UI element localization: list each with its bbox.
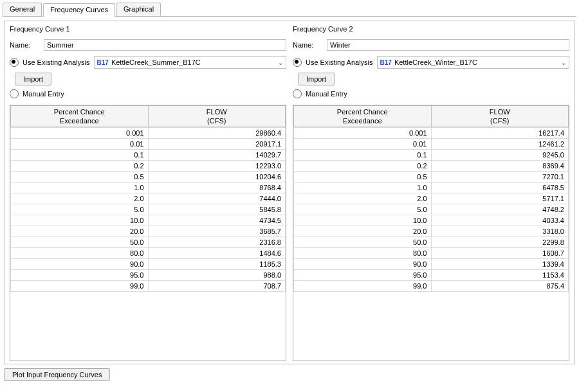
cell-flow[interactable]: 5845.8 xyxy=(148,204,286,215)
cell-flow[interactable]: 5717.1 xyxy=(431,193,569,204)
cell-exceedance[interactable]: 0.01 xyxy=(294,139,432,150)
table-row[interactable]: 2.07444.0 xyxy=(11,193,286,204)
cell-flow[interactable]: 875.4 xyxy=(431,281,569,292)
cell-flow[interactable]: 4748.2 xyxy=(431,204,569,215)
cell-flow[interactable]: 9245.0 xyxy=(431,150,569,161)
cell-exceedance[interactable]: 0.2 xyxy=(294,161,432,172)
table-row[interactable]: 95.0988.0 xyxy=(11,270,286,281)
table-row[interactable]: 10.04734.5 xyxy=(11,215,286,226)
table-row[interactable]: 90.01185.3 xyxy=(11,259,286,270)
table-row[interactable]: 0.0112461.2 xyxy=(294,139,569,150)
cell-flow[interactable]: 1608.7 xyxy=(431,248,569,259)
table-row[interactable]: 20.03318.0 xyxy=(294,226,569,237)
table-row[interactable]: 1.06478.5 xyxy=(294,183,569,193)
curve1-manual-entry-radio[interactable] xyxy=(10,89,19,98)
table-row[interactable]: 10.04033.4 xyxy=(294,215,569,226)
cell-exceedance[interactable]: 10.0 xyxy=(11,215,149,226)
tab-general[interactable]: General xyxy=(3,3,42,16)
cell-flow[interactable]: 7444.0 xyxy=(148,193,286,204)
cell-flow[interactable]: 1484.6 xyxy=(148,248,286,259)
cell-flow[interactable]: 12461.2 xyxy=(431,139,569,150)
table-row[interactable]: 0.510204.6 xyxy=(11,172,286,183)
cell-flow[interactable]: 14029.7 xyxy=(148,150,286,161)
cell-exceedance[interactable]: 80.0 xyxy=(11,248,149,259)
plot-input-frequency-curves-button[interactable]: Plot Input Frequency Curves xyxy=(4,368,110,381)
cell-flow[interactable]: 20917.1 xyxy=(148,139,286,150)
cell-exceedance[interactable]: 0.1 xyxy=(11,150,149,161)
table-row[interactable]: 0.57270.1 xyxy=(294,172,569,183)
cell-exceedance[interactable]: 99.0 xyxy=(294,281,432,292)
cell-flow[interactable]: 988.0 xyxy=(148,270,286,281)
curve1-name-input[interactable] xyxy=(44,39,286,51)
cell-exceedance[interactable]: 80.0 xyxy=(294,248,432,259)
table-row[interactable]: 1.08768.4 xyxy=(11,183,286,193)
curve2-import-button[interactable]: Import xyxy=(298,73,335,85)
cell-flow[interactable]: 29860.4 xyxy=(148,128,286,139)
cell-exceedance[interactable]: 50.0 xyxy=(294,237,432,248)
cell-exceedance[interactable]: 50.0 xyxy=(11,237,149,248)
cell-flow[interactable]: 3685.7 xyxy=(148,226,286,237)
cell-flow[interactable]: 1339.4 xyxy=(431,259,569,270)
cell-flow[interactable]: 12293.0 xyxy=(148,161,286,172)
cell-flow[interactable]: 10204.6 xyxy=(148,172,286,183)
curve1-use-existing-radio[interactable] xyxy=(10,58,19,67)
cell-exceedance[interactable]: 2.0 xyxy=(11,193,149,204)
cell-flow[interactable]: 8369.4 xyxy=(431,161,569,172)
curve1-analysis-select[interactable]: B17 KettleCreek_Summer_B17C ⌄ xyxy=(94,56,286,69)
cell-exceedance[interactable]: 2.0 xyxy=(294,193,432,204)
table-row[interactable]: 0.19245.0 xyxy=(294,150,569,161)
cell-flow[interactable]: 7270.1 xyxy=(431,172,569,183)
table-row[interactable]: 95.01153.4 xyxy=(294,270,569,281)
cell-exceedance[interactable]: 0.5 xyxy=(294,172,432,183)
cell-exceedance[interactable]: 5.0 xyxy=(294,204,432,215)
cell-exceedance[interactable]: 95.0 xyxy=(294,270,432,281)
curve1-import-button[interactable]: Import xyxy=(15,73,51,85)
curve2-use-existing-radio[interactable] xyxy=(293,58,302,67)
cell-exceedance[interactable]: 1.0 xyxy=(11,183,149,193)
table-row[interactable]: 50.02299.8 xyxy=(294,237,569,248)
table-row[interactable]: 90.01339.4 xyxy=(294,259,569,270)
cell-exceedance[interactable]: 0.2 xyxy=(11,161,149,172)
cell-flow[interactable]: 3318.0 xyxy=(431,226,569,237)
cell-flow[interactable]: 6478.5 xyxy=(431,183,569,193)
cell-exceedance[interactable]: 1.0 xyxy=(294,183,432,193)
table-row[interactable]: 80.01608.7 xyxy=(294,248,569,259)
cell-flow[interactable]: 2299.8 xyxy=(431,237,569,248)
cell-flow[interactable]: 1153.4 xyxy=(431,270,569,281)
tab-frequency-curves[interactable]: Frequency Curves xyxy=(43,3,115,17)
table-row[interactable]: 99.0875.4 xyxy=(294,281,569,292)
cell-flow[interactable]: 8768.4 xyxy=(148,183,286,193)
cell-exceedance[interactable]: 0.01 xyxy=(11,139,149,150)
cell-exceedance[interactable]: 20.0 xyxy=(11,226,149,237)
cell-exceedance[interactable]: 20.0 xyxy=(294,226,432,237)
curve2-analysis-select[interactable]: B17 KettleCreek_Winter_B17C ⌄ xyxy=(377,56,569,69)
cell-exceedance[interactable]: 0.5 xyxy=(11,172,149,183)
cell-flow[interactable]: 4734.5 xyxy=(148,215,286,226)
table-row[interactable]: 20.03685.7 xyxy=(11,226,286,237)
cell-exceedance[interactable]: 0.001 xyxy=(294,128,432,139)
cell-flow[interactable]: 2316.8 xyxy=(148,237,286,248)
cell-exceedance[interactable]: 90.0 xyxy=(294,259,432,270)
cell-exceedance[interactable]: 0.1 xyxy=(294,150,432,161)
cell-flow[interactable]: 4033.4 xyxy=(431,215,569,226)
table-row[interactable]: 99.0708.7 xyxy=(11,281,286,292)
curve2-manual-entry-radio[interactable] xyxy=(293,89,302,98)
table-row[interactable]: 80.01484.6 xyxy=(11,248,286,259)
table-row[interactable]: 50.02316.8 xyxy=(11,237,286,248)
table-row[interactable]: 0.212293.0 xyxy=(11,161,286,172)
cell-flow[interactable]: 16217.4 xyxy=(431,128,569,139)
cell-exceedance[interactable]: 95.0 xyxy=(11,270,149,281)
table-row[interactable]: 0.0120917.1 xyxy=(11,139,286,150)
cell-exceedance[interactable]: 99.0 xyxy=(11,281,149,292)
table-row[interactable]: 0.00116217.4 xyxy=(294,128,569,139)
cell-exceedance[interactable]: 5.0 xyxy=(11,204,149,215)
curve2-name-input[interactable] xyxy=(327,39,569,51)
table-row[interactable]: 0.28369.4 xyxy=(294,161,569,172)
table-row[interactable]: 5.05845.8 xyxy=(11,204,286,215)
tab-graphical[interactable]: Graphical xyxy=(116,3,161,16)
cell-exceedance[interactable]: 10.0 xyxy=(294,215,432,226)
table-row[interactable]: 0.114029.7 xyxy=(11,150,286,161)
table-row[interactable]: 5.04748.2 xyxy=(294,204,569,215)
cell-flow[interactable]: 1185.3 xyxy=(148,259,286,270)
cell-flow[interactable]: 708.7 xyxy=(148,281,286,292)
